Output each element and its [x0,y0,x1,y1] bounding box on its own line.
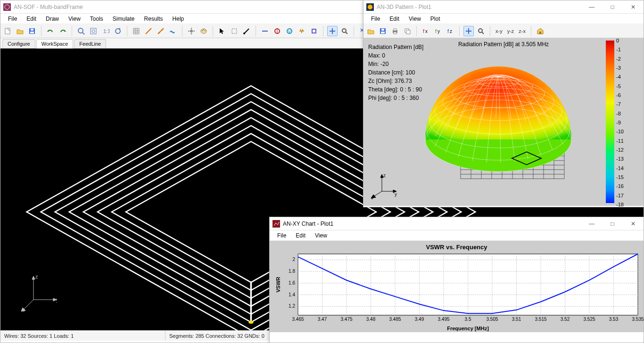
ansof-menu-draw[interactable]: Draw [41,15,64,23]
wire-icon[interactable] [143,26,154,36]
an3d-menu-file[interactable]: File [366,15,385,23]
colorbar-tick: -17 [616,193,639,198]
maximize-button[interactable]: □ [602,217,623,230]
open-file-icon[interactable] [365,26,376,36]
zoom-fit-icon[interactable] [88,26,99,36]
fy-icon[interactable]: fy [433,26,443,36]
x-tick: 3.47 [318,317,327,322]
an3d-menu-edit[interactable]: Edit [385,15,404,23]
ansof-menu-simulate[interactable]: Simulate [108,15,140,23]
view-yz-button[interactable]: y-z [506,26,516,36]
redraw-icon[interactable] [113,26,123,36]
anxy-menu-file[interactable]: File [272,231,291,240]
fx-icon[interactable]: fx [421,26,431,36]
fz-icon[interactable]: fz [445,26,455,36]
colorbar-tick: -11 [616,138,639,144]
svg-text:z: z [450,29,452,34]
zoom-icon[interactable] [476,26,486,36]
maximize-button[interactable]: □ [602,0,623,14]
svg-rect-2 [5,28,10,34]
print-icon[interactable] [390,26,400,36]
x-tick: 3.485 [389,317,401,322]
ansof-menu-file[interactable]: File [3,15,22,23]
ansof-menu-edit[interactable]: Edit [22,15,41,23]
pattern-info-line-4: Zc [Ohm]: 376.73 [368,77,423,85]
port-icon[interactable] [309,26,319,36]
y-tick: 1.4 [289,292,295,297]
wire-draw-icon[interactable] [241,26,252,36]
ansof-menu-help[interactable]: Help [168,15,189,23]
colorbar-tick: -16 [616,183,639,189]
colorbar-tick: -10 [616,129,639,134]
select-box-icon[interactable] [229,26,239,36]
grid-icon[interactable] [131,26,141,36]
app-icon [3,3,11,11]
svg-text:V: V [288,29,291,34]
move-icon[interactable] [463,26,474,36]
x-tick: 3.535 [632,317,644,322]
x-tick: 3.525 [583,317,595,322]
tab-feedline[interactable]: FeedLine [74,39,106,48]
colorbar-tick: -9 [616,120,639,125]
x-tick: 3.475 [340,317,352,322]
svg-point-26 [203,29,204,30]
view-xy-button[interactable]: x-y [494,26,504,36]
zoom-icon[interactable] [339,26,350,36]
load-icon[interactable] [297,26,307,36]
pattern-metadata: Radiation Pattern [dB]Max: 0Min: -20Dist… [368,43,423,102]
ansof-menu-tools[interactable]: Tools [85,15,108,23]
tab-workspace[interactable]: WorkSpace [36,39,74,49]
x-tick: 3.495 [438,317,449,322]
open-file-icon[interactable] [15,26,25,36]
copy-icon[interactable] [402,26,413,36]
an3d-menu-view[interactable]: View [404,15,426,23]
gear-icon[interactable] [186,26,197,36]
pattern-viewport[interactable]: Radiation Pattern [dB] at 3.505 MHz Radi… [363,38,644,206]
svg-text:z: z [383,173,386,178]
pattern-info-line-0: Radiation Pattern [dB] [368,43,423,51]
home-icon[interactable] [535,26,545,36]
app-icon [272,220,280,228]
an3d-menu-plot[interactable]: Plot [426,15,445,23]
segment-icon[interactable] [156,26,166,36]
xy-plot[interactable]: VSWR vs. Frequency 3.4653.473.4753.483.4… [270,241,644,332]
currents-icon[interactable] [168,26,178,36]
x-tick: 3.465 [292,317,304,322]
y-tick: 1.6 [289,280,295,286]
view-zx-button[interactable]: z-x [517,26,527,36]
close-button[interactable]: ✕ [623,0,644,14]
source-v-icon[interactable]: V [284,26,295,36]
new-file-icon[interactable] [2,26,13,36]
svg-point-67 [368,5,372,9]
svg-point-31 [243,33,245,34]
move-icon[interactable] [327,26,338,36]
svg-rect-86 [539,32,541,34]
save-file-icon[interactable] [378,26,388,36]
source-icon[interactable] [272,26,282,36]
anxy-menu-view[interactable]: View [310,231,332,240]
minimize-button[interactable]: ― [581,0,602,14]
minimize-button[interactable]: ― [581,217,602,230]
x-tick: 3.49 [415,317,424,322]
pattern-info-line-1: Max: 0 [368,51,423,60]
anxy-menu-edit[interactable]: Edit [291,231,310,240]
svg-text:y: y [438,29,440,34]
line-icon[interactable] [260,26,270,36]
svg-line-41 [346,32,347,34]
close-button[interactable]: ✕ [623,217,644,230]
tab-configure[interactable]: Configure [2,39,35,48]
zoom-one-icon[interactable]: 1:1 [100,26,111,36]
save-file-icon[interactable] [27,26,37,36]
pointer-icon[interactable] [217,26,227,36]
colorbar-tick: -13 [616,156,639,162]
undo-icon[interactable] [45,26,56,36]
svg-text:x: x [371,196,373,199]
axes-gizmo: z y x [370,173,398,199]
zoom-window-icon[interactable] [76,26,86,36]
pattern-info-line-3: Distance [cm]: 100 [368,68,423,77]
ansof-menu-results[interactable]: Results [140,15,168,23]
ansof-menu-view[interactable]: View [64,15,85,23]
redo-icon[interactable] [58,26,68,36]
palette-icon[interactable] [198,26,209,36]
svg-rect-69 [381,32,385,33]
